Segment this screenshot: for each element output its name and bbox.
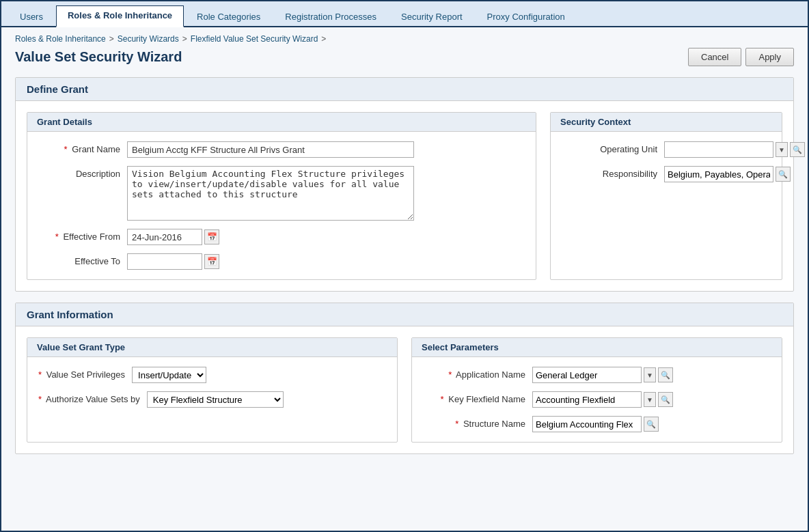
privileges-label: * Value Set Privileges <box>38 367 132 380</box>
authorize-row: * Authorize Value Sets by Key Flexfield … <box>38 391 386 408</box>
operating-unit-label: Operating Unit <box>562 141 664 154</box>
main-content: Roles & Role Inheritance > Security Wiza… <box>1 27 808 531</box>
app-name-required: * <box>448 369 452 380</box>
effective-to-input[interactable] <box>127 253 202 270</box>
operating-unit-row: Operating Unit ▼ 🔍 <box>562 141 771 158</box>
app-name-row: * Application Name ▼ 🔍 <box>423 367 771 383</box>
effective-from-field-group: 📅 <box>127 229 219 245</box>
privileges-row: * Value Set Privileges Insert/Update Vie… <box>38 367 386 383</box>
breadcrumb-roles[interactable]: Roles & Role Inheritance <box>15 34 106 44</box>
operating-unit-input[interactable] <box>664 141 773 158</box>
description-label: Description <box>38 166 127 179</box>
authorize-required: * <box>38 394 42 404</box>
security-context-subsection: Security Context Operating Unit ▼ 🔍 <box>550 112 782 280</box>
effective-to-label: Effective To <box>38 253 127 266</box>
effective-from-required: * <box>55 232 59 242</box>
structure-name-field-group: 🔍 <box>532 416 659 432</box>
security-context-header: Security Context <box>551 113 782 132</box>
effective-from-input[interactable] <box>127 229 202 245</box>
grant-details-header: Grant Details <box>27 113 536 132</box>
tab-roles[interactable]: Roles & Role Inheritance <box>56 5 184 27</box>
structure-name-label: * Structure Name <box>423 416 532 429</box>
structure-name-input[interactable] <box>532 416 642 432</box>
grant-name-row: * Grant Name <box>38 141 525 158</box>
operating-unit-down-icon[interactable]: ▼ <box>776 142 788 157</box>
grant-details-body: * Grant Name Description Vision Belgium … <box>27 132 536 279</box>
breadcrumb-sep-2: > <box>182 34 187 44</box>
tab-users[interactable]: Users <box>8 7 55 26</box>
grant-type-header: Value Set Grant Type <box>27 338 397 357</box>
grant-name-input[interactable] <box>127 141 414 158</box>
grant-details-subsection: Grant Details * Grant Name Desc <box>27 112 536 280</box>
breadcrumb-sep-3: > <box>321 34 326 44</box>
operating-unit-field-group: ▼ 🔍 <box>664 141 805 158</box>
app-name-down-icon[interactable]: ▼ <box>644 367 656 382</box>
effective-to-row: Effective To 📅 <box>38 253 525 270</box>
breadcrumb: Roles & Role Inheritance > Security Wiza… <box>15 34 794 44</box>
privileges-required: * <box>38 369 42 380</box>
app-name-input[interactable] <box>532 367 642 383</box>
grant-information-section: Grant Information Value Set Grant Type *… <box>15 303 794 454</box>
grant-name-required: * <box>64 144 68 154</box>
grant-type-body: * Value Set Privileges Insert/Update Vie… <box>27 357 397 417</box>
select-params-body: * Application Name ▼ 🔍 <box>412 357 782 442</box>
authorize-select[interactable]: Key Flexfield Structure Value Set All <box>147 391 284 408</box>
kff-name-row: * Key Flexfield Name ▼ 🔍 <box>423 391 771 408</box>
define-grant-body: Grant Details * Grant Name Desc <box>16 101 793 291</box>
apply-button[interactable]: Apply <box>745 48 794 66</box>
responsibility-field-group: 🔍 <box>664 166 791 182</box>
effective-to-field-group: 📅 <box>127 253 219 270</box>
tab-security-report[interactable]: Security Report <box>389 7 474 26</box>
description-row: Description Vision Belgium Accounting Fl… <box>38 166 525 221</box>
select-params-subsection: Select Parameters * Application Name ▼ <box>411 337 782 443</box>
authorize-select-group: Key Flexfield Structure Value Set All <box>147 391 284 408</box>
responsibility-search-icon[interactable]: 🔍 <box>776 167 791 182</box>
app-container: Users Roles & Role Inheritance Role Cate… <box>0 0 809 532</box>
kff-name-label: * Key Flexfield Name <box>423 391 532 404</box>
page-header: Value Set Security Wizard Cancel Apply <box>15 48 794 66</box>
define-grant-header: Define Grant <box>16 78 793 101</box>
define-grant-section: Define Grant Grant Details * Grant Name <box>15 77 794 292</box>
select-params-header: Select Parameters <box>412 338 782 357</box>
responsibility-label: Responsibility <box>562 166 664 179</box>
structure-name-required: * <box>455 419 458 429</box>
grant-information-header: Grant Information <box>16 303 793 326</box>
header-buttons: Cancel Apply <box>688 48 794 66</box>
breadcrumb-wizards[interactable]: Security Wizards <box>118 34 179 44</box>
grant-name-label: * Grant Name <box>38 141 127 154</box>
privileges-select[interactable]: Insert/Update View Only All <box>132 367 206 383</box>
security-context-body: Operating Unit ▼ 🔍 Responsibility <box>551 132 782 192</box>
description-textarea[interactable]: Vision Belgium Accounting Flex Structure… <box>127 166 414 221</box>
effective-from-calendar-icon[interactable]: 📅 <box>204 229 219 244</box>
kff-name-field-group: ▼ 🔍 <box>532 391 673 408</box>
authorize-label: * Authorize Value Sets by <box>38 391 147 404</box>
tab-proxy-configuration[interactable]: Proxy Configuration <box>476 7 577 26</box>
kff-name-input[interactable] <box>532 391 642 408</box>
effective-from-label: * Effective From <box>38 229 127 242</box>
structure-name-row: * Structure Name 🔍 <box>423 416 771 432</box>
operating-unit-search-icon[interactable]: 🔍 <box>790 142 805 157</box>
cancel-button[interactable]: Cancel <box>688 48 741 66</box>
effective-to-calendar-icon[interactable]: 📅 <box>204 254 219 269</box>
kff-name-search-icon[interactable]: 🔍 <box>658 392 673 407</box>
grant-type-subsection: Value Set Grant Type * Value Set Privile… <box>27 337 398 443</box>
tab-registration-processes[interactable]: Registration Processes <box>273 7 388 26</box>
responsibility-row: Responsibility 🔍 <box>562 166 771 182</box>
kff-name-down-icon[interactable]: ▼ <box>644 392 656 407</box>
app-name-field-group: ▼ 🔍 <box>532 367 673 383</box>
breadcrumb-flexfield[interactable]: Flexfield Value Set Security Wizard <box>191 34 318 44</box>
app-name-label: * Application Name <box>423 367 532 380</box>
structure-name-search-icon[interactable]: 🔍 <box>644 417 659 432</box>
app-name-search-icon[interactable]: 🔍 <box>658 367 673 382</box>
breadcrumb-sep-1: > <box>109 34 114 44</box>
grant-info-body: Value Set Grant Type * Value Set Privile… <box>16 326 793 453</box>
privileges-select-group: Insert/Update View Only All <box>132 367 206 383</box>
responsibility-input[interactable] <box>664 166 773 182</box>
page-title: Value Set Security Wizard <box>15 49 182 65</box>
tab-role-categories[interactable]: Role Categories <box>185 7 272 26</box>
tab-bar: Users Roles & Role Inheritance Role Cate… <box>1 1 808 27</box>
effective-from-row: * Effective From 📅 <box>38 229 525 245</box>
kff-name-required: * <box>441 394 444 404</box>
